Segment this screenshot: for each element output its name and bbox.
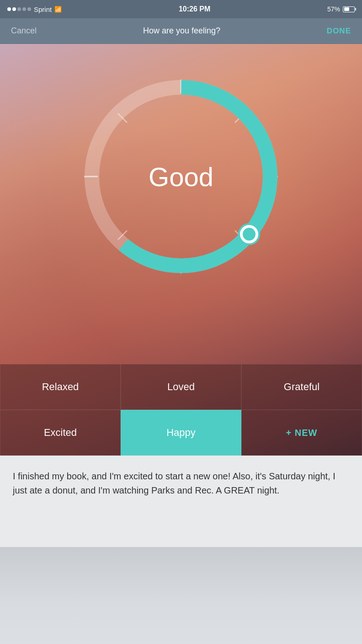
bottom-background xyxy=(0,547,362,644)
emotion-tile-loved[interactable]: Loved xyxy=(121,364,241,410)
signal-dots xyxy=(7,7,31,11)
notes-area[interactable]: I finished my book, and I'm excited to s… xyxy=(0,456,362,547)
wifi-icon: 📶 xyxy=(54,6,62,13)
signal-dot-4 xyxy=(22,7,26,11)
done-button[interactable]: DONE xyxy=(327,27,351,36)
battery-percentage: 57% xyxy=(327,5,340,13)
signal-dot-3 xyxy=(17,7,21,11)
nav-title: How are you feeling? xyxy=(143,26,220,36)
emotion-tile-happy[interactable]: Happy xyxy=(121,410,241,456)
status-bar: Sprint 📶 10:26 PM 57% xyxy=(0,0,362,18)
dial-svg xyxy=(71,67,291,286)
svg-point-10 xyxy=(243,228,256,241)
carrier-label: Sprint xyxy=(34,5,52,13)
cancel-button[interactable]: Cancel xyxy=(11,26,37,36)
emotion-grid: Relaxed Loved Grateful Excited Happy + N… xyxy=(0,364,362,456)
emotion-tile-excited[interactable]: Excited xyxy=(0,410,121,456)
status-bar-left: Sprint 📶 xyxy=(7,5,62,13)
nav-bar: Cancel How are you feeling? DONE xyxy=(0,18,362,44)
status-bar-right: 57% xyxy=(327,5,355,13)
emotion-tile-new[interactable]: + NEW xyxy=(241,410,362,456)
mood-dial[interactable]: Good xyxy=(71,67,291,286)
signal-dot-2 xyxy=(12,7,16,11)
signal-dot-5 xyxy=(27,7,31,11)
main-area: Good Relaxed Loved Grateful Excited Happ… xyxy=(0,44,362,456)
notes-text[interactable]: I finished my book, and I'm excited to s… xyxy=(13,469,349,498)
signal-dot-1 xyxy=(7,7,11,11)
emotion-tile-grateful[interactable]: Grateful xyxy=(241,364,362,410)
emotion-tile-relaxed[interactable]: Relaxed xyxy=(0,364,121,410)
battery-icon xyxy=(343,6,355,12)
status-bar-time: 10:26 PM xyxy=(179,5,210,13)
